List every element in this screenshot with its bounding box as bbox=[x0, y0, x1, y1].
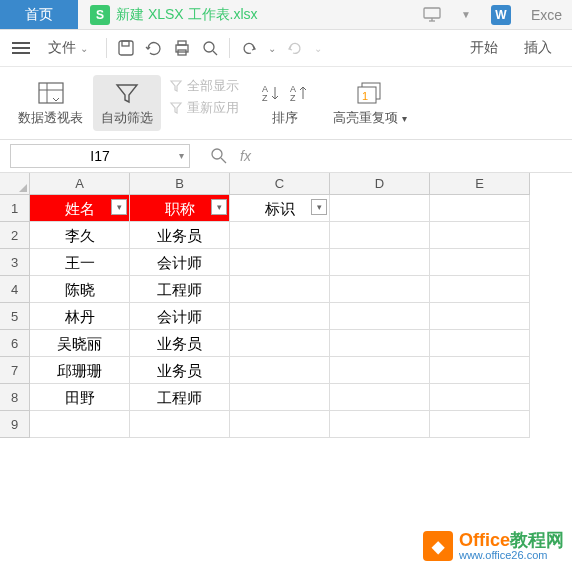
cell-A9[interactable] bbox=[30, 411, 130, 438]
save-icon[interactable] bbox=[117, 39, 135, 57]
hamburger-menu-icon[interactable] bbox=[12, 41, 30, 55]
cell-D2[interactable] bbox=[330, 222, 430, 249]
undo-dropdown-icon[interactable]: ⌄ bbox=[268, 43, 276, 54]
cell-A2[interactable]: 李久 bbox=[30, 222, 130, 249]
cell-A4[interactable]: 陈晓 bbox=[30, 276, 130, 303]
cell-C2[interactable] bbox=[230, 222, 330, 249]
cell-C3[interactable] bbox=[230, 249, 330, 276]
pivot-table-button[interactable]: 数据透视表 bbox=[10, 75, 91, 131]
zoom-icon[interactable] bbox=[210, 147, 228, 165]
select-all-corner[interactable] bbox=[0, 173, 30, 195]
formula-input[interactable] bbox=[271, 144, 562, 168]
funnel-refresh-icon bbox=[169, 101, 183, 115]
cell-B1[interactable]: 职称▾ bbox=[130, 195, 230, 222]
menu-insert[interactable]: 插入 bbox=[516, 36, 560, 60]
cell-C8[interactable] bbox=[230, 384, 330, 411]
cell-E6[interactable] bbox=[430, 330, 530, 357]
row-header[interactable]: 1 bbox=[0, 195, 30, 222]
row-header[interactable]: 7 bbox=[0, 357, 30, 384]
col-header[interactable]: A bbox=[30, 173, 130, 195]
cell-A8[interactable]: 田野 bbox=[30, 384, 130, 411]
col-header[interactable]: B bbox=[130, 173, 230, 195]
cell-E3[interactable] bbox=[430, 249, 530, 276]
svg-rect-9 bbox=[178, 41, 186, 45]
cell-E2[interactable] bbox=[430, 222, 530, 249]
fx-label[interactable]: fx bbox=[240, 148, 251, 164]
filter-dropdown-icon[interactable]: ▾ bbox=[311, 199, 327, 215]
autofilter-label: 自动筛选 bbox=[101, 109, 153, 127]
cell-E8[interactable] bbox=[430, 384, 530, 411]
menu-start[interactable]: 开始 bbox=[462, 36, 506, 60]
print-icon[interactable] bbox=[173, 39, 191, 57]
sort-desc-button[interactable]: AZ bbox=[287, 81, 311, 105]
cell-B3[interactable]: 会计师 bbox=[130, 249, 230, 276]
cell-E1[interactable] bbox=[430, 195, 530, 222]
cell-A1[interactable]: 姓名▾ bbox=[30, 195, 130, 222]
cell-B9[interactable] bbox=[130, 411, 230, 438]
sort-label[interactable]: 排序 bbox=[272, 109, 298, 127]
cell-E4[interactable] bbox=[430, 276, 530, 303]
cell-B4[interactable]: 工程师 bbox=[130, 276, 230, 303]
cell-D3[interactable] bbox=[330, 249, 430, 276]
monitor-icon[interactable] bbox=[423, 7, 441, 23]
autofilter-button[interactable]: 自动筛选 bbox=[93, 75, 161, 131]
cell-E9[interactable] bbox=[430, 411, 530, 438]
reapply-button[interactable]: 重新应用 bbox=[169, 99, 239, 117]
cell-A3[interactable]: 王一 bbox=[30, 249, 130, 276]
tab-home[interactable]: 首页 bbox=[0, 0, 78, 29]
cell-A5[interactable]: 林丹 bbox=[30, 303, 130, 330]
row-header[interactable]: 8 bbox=[0, 384, 30, 411]
print-preview-icon[interactable] bbox=[201, 39, 219, 57]
highlight-dup-button[interactable]: 1 高亮重复项 ▾ bbox=[325, 75, 415, 131]
cell-B8[interactable]: 工程师 bbox=[130, 384, 230, 411]
cell-B2[interactable]: 业务员 bbox=[130, 222, 230, 249]
name-box-value: I17 bbox=[90, 148, 109, 164]
cell-D4[interactable] bbox=[330, 276, 430, 303]
cell-A7[interactable]: 邱珊珊 bbox=[30, 357, 130, 384]
cell-D9[interactable] bbox=[330, 411, 430, 438]
show-all-button[interactable]: 全部显示 bbox=[169, 77, 239, 95]
row-header[interactable]: 5 bbox=[0, 303, 30, 330]
cell-A6[interactable]: 吴晓丽 bbox=[30, 330, 130, 357]
col-header[interactable]: C bbox=[230, 173, 330, 195]
file-menu[interactable]: 文件 ⌄ bbox=[40, 36, 96, 60]
cell-E7[interactable] bbox=[430, 357, 530, 384]
cell-C6[interactable] bbox=[230, 330, 330, 357]
cell-C4[interactable] bbox=[230, 276, 330, 303]
funnel-small-icon bbox=[169, 79, 183, 93]
row-header[interactable]: 2 bbox=[0, 222, 30, 249]
row-header[interactable]: 6 bbox=[0, 330, 30, 357]
cell-D5[interactable] bbox=[330, 303, 430, 330]
save-as-icon[interactable] bbox=[145, 39, 163, 57]
cell-B6[interactable]: 业务员 bbox=[130, 330, 230, 357]
row-header[interactable]: 9 bbox=[0, 411, 30, 438]
undo-icon[interactable] bbox=[240, 39, 258, 57]
redo-icon[interactable] bbox=[286, 39, 304, 57]
filter-dropdown-icon[interactable]: ▾ bbox=[211, 199, 227, 215]
cell-C9[interactable] bbox=[230, 411, 330, 438]
separator bbox=[229, 38, 230, 58]
cell-D1[interactable] bbox=[330, 195, 430, 222]
row-header[interactable]: 3 bbox=[0, 249, 30, 276]
name-box-dropdown-icon[interactable]: ▾ bbox=[179, 150, 184, 161]
row-header[interactable]: 4 bbox=[0, 276, 30, 303]
cell-B5[interactable]: 会计师 bbox=[130, 303, 230, 330]
cell-B7[interactable]: 业务员 bbox=[130, 357, 230, 384]
cell-D6[interactable] bbox=[330, 330, 430, 357]
cell-C1[interactable]: 标识▾ bbox=[230, 195, 330, 222]
pivot-icon bbox=[35, 79, 67, 107]
cell-C5[interactable] bbox=[230, 303, 330, 330]
filter-stack: 全部显示 重新应用 bbox=[163, 75, 245, 131]
cell-D8[interactable] bbox=[330, 384, 430, 411]
name-box[interactable]: I17 ▾ bbox=[10, 144, 190, 168]
sort-asc-button[interactable]: AZ bbox=[259, 81, 283, 105]
redo-dropdown-icon[interactable]: ⌄ bbox=[314, 43, 322, 54]
col-header[interactable]: D bbox=[330, 173, 430, 195]
dropdown-arrow-icon[interactable]: ▼ bbox=[461, 9, 471, 20]
cell-D7[interactable] bbox=[330, 357, 430, 384]
tab-current-file[interactable]: S 新建 XLSX 工作表.xlsx bbox=[78, 0, 270, 29]
cell-C7[interactable] bbox=[230, 357, 330, 384]
col-header[interactable]: E bbox=[430, 173, 530, 195]
cell-E5[interactable] bbox=[430, 303, 530, 330]
filter-dropdown-icon[interactable]: ▾ bbox=[111, 199, 127, 215]
